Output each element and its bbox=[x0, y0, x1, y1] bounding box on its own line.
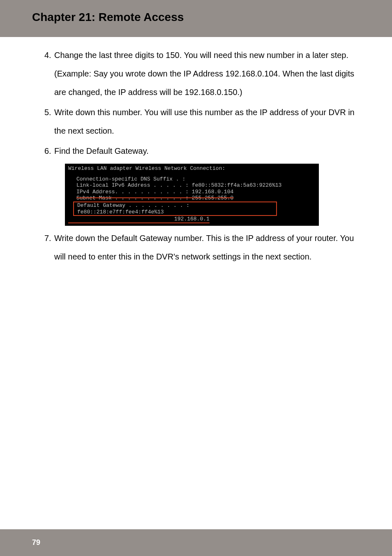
list-text: Find the Default Gateway. bbox=[54, 142, 358, 160]
terminal-line: 192.168.0.1 bbox=[68, 216, 316, 223]
list-item: 6. Find the Default Gateway. bbox=[34, 142, 358, 160]
chapter-title: Chapter 21: Remote Access bbox=[32, 11, 392, 24]
terminal-line: IPv4 Address. . . . . . . . . . . : 192.… bbox=[68, 189, 316, 195]
terminal-line: Connection-specific DNS Suffix . : bbox=[68, 176, 316, 183]
terminal-line: Link-local IPv6 Address . . . . . : fe80… bbox=[68, 182, 316, 189]
highlight-box: Default Gateway . . . . . . . . . : fe80… bbox=[73, 202, 277, 216]
page-number: 79 bbox=[32, 538, 40, 547]
terminal-line: Subnet Mask . . . . . . . . . . . : 255.… bbox=[68, 195, 316, 202]
list-item: 7. Write down the Default Gateway number… bbox=[34, 229, 358, 266]
terminal-screenshot: Wireless LAN adapter Wireless Network Co… bbox=[65, 164, 319, 226]
list-number: 4. bbox=[34, 46, 54, 102]
list-item: 5. Write down this number. You will use … bbox=[34, 103, 358, 140]
list-text: Write down this number. You will use thi… bbox=[54, 103, 358, 140]
page-content: 4. Change the last three digits to 150. … bbox=[0, 37, 392, 266]
list-text: Write down the Default Gateway number. T… bbox=[54, 229, 358, 266]
terminal-line: Wireless LAN adapter Wireless Network Co… bbox=[68, 165, 316, 172]
list-number: 5. bbox=[34, 103, 54, 140]
chapter-header: Chapter 21: Remote Access bbox=[0, 0, 392, 37]
list-text: Change the last three digits to 150. You… bbox=[54, 46, 358, 102]
list-number: 6. bbox=[34, 142, 54, 160]
page-footer: 79 bbox=[0, 529, 392, 556]
terminal-line: Default Gateway . . . . . . . . . : fe80… bbox=[75, 202, 275, 215]
list-item: 4. Change the last three digits to 150. … bbox=[34, 46, 358, 102]
list-number: 7. bbox=[34, 229, 54, 266]
